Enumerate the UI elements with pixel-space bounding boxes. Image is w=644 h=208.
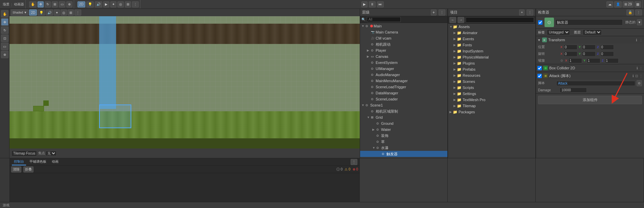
boxcollider-active[interactable] (537, 66, 542, 70)
mode-audio-btn[interactable]: 🔊 (95, 1, 102, 7)
mode-light-btn[interactable]: 💡 (86, 1, 94, 7)
h-item-main[interactable]: ▼ ⊙ Main (360, 23, 447, 29)
scene-grid-btn[interactable]: ⊞ (68, 9, 74, 16)
mode-2d-btn[interactable]: 2D (77, 1, 85, 7)
boxcollider-info-icon[interactable]: ℹ (637, 66, 638, 70)
add-component-btn[interactable]: 添加组件 (538, 96, 642, 104)
p-item-settings[interactable]: ▶ 📁 Settings (448, 91, 535, 97)
p-item-tilemap[interactable]: ▶ 📁 Tilemap (448, 103, 535, 109)
transform-menu-icon[interactable]: ⋮ (639, 38, 643, 42)
h-item-cm-vcam[interactable]: 🎥 CM vcam (360, 35, 447, 41)
h-item-canvas[interactable]: ▶▭ Canvas (360, 53, 447, 60)
tool-rotate-btn[interactable]: ↻ (45, 1, 51, 7)
animation-tab-label[interactable]: 动画器 (14, 2, 24, 7)
attack-menu-icon[interactable]: ⋮ (639, 74, 643, 78)
tool-icon-move[interactable]: ✥ (1, 18, 8, 26)
p-item-physicsmaterial[interactable]: ▶ 📁 PhysicsMaterial (448, 54, 535, 60)
scene-2d-btn[interactable]: 2D (29, 9, 37, 16)
p-item-scenes[interactable]: ▶ 📁 Scenes (448, 78, 535, 85)
h-item-uimanager[interactable]: ⊙ UIManager (360, 66, 447, 72)
obj-active-checkbox[interactable] (538, 20, 542, 25)
layout-btn[interactable]: ▦ (635, 1, 641, 7)
boxcollider-header[interactable]: ⊞ Box Collider 2D ℹ ⋮ (536, 64, 644, 72)
scale-y-input[interactable] (587, 58, 600, 63)
project-search-input[interactable] (466, 17, 534, 23)
tag-select[interactable]: Untagged (547, 29, 570, 35)
h-item-camera-follow[interactable]: ⊙ 相机跟动 (360, 41, 447, 47)
damage-input[interactable] (560, 88, 587, 93)
scene-fx2-btn[interactable]: ✦ (54, 9, 60, 16)
obj-name-field[interactable] (555, 19, 623, 25)
mode-extra-btn[interactable]: ⋮ (132, 1, 139, 7)
p-item-animator[interactable]: ▶ 📁 Animator (448, 30, 535, 36)
layers-btn[interactable]: ⊞ 29 (623, 1, 634, 7)
p-item-plugins[interactable]: ▶ 📁 Plugins (448, 60, 535, 66)
p-item-resources[interactable]: ▶ 📁 Resources (448, 72, 535, 78)
colorpicker-tab[interactable]: 平铺调色板 (27, 159, 48, 165)
attack-header[interactable]: ⊞ Attack (脚本) ℹ ⊡ ⋮ (536, 72, 644, 79)
tool-transform-btn[interactable]: ⊕ (66, 1, 72, 7)
mode-hidden-btn[interactable]: ◎ (117, 1, 124, 7)
collapse-btn[interactable]: 折叠 (23, 166, 34, 172)
position-x-input[interactable] (564, 45, 577, 50)
tool-icon-rect[interactable]: ▭ (1, 43, 8, 50)
p-item-assets[interactable]: ▼ 📁 Assets (448, 24, 535, 30)
h-item-mainmenumanager[interactable]: ⊙ MainMenuManager (360, 78, 447, 84)
p-item-fonts[interactable]: ▶ 📁 Fonts (448, 42, 535, 48)
attack-fx-icon[interactable]: ⊡ (635, 74, 638, 78)
project-fwd-btn[interactable]: → (458, 17, 464, 23)
position-z-input[interactable] (600, 45, 614, 50)
scene-fx-btn[interactable]: Shaded ▼ (11, 9, 28, 16)
project-menu-btn[interactable]: ⋮ (527, 9, 533, 16)
tool-icon-hand[interactable]: ✋ (1, 10, 8, 18)
rotation-z-input[interactable] (600, 51, 614, 56)
step-btn[interactable]: ⏭ (377, 1, 384, 7)
scale-z-input[interactable] (605, 58, 619, 63)
transform-component-header[interactable]: ▼ ⊕ Transform ℹ ⋮ (536, 36, 644, 44)
scene-hidden-btn[interactable]: ◎ (61, 9, 67, 16)
h-item-water[interactable]: ▶⊙ Water (360, 126, 447, 133)
animation-tab[interactable]: 动画 (50, 159, 61, 165)
h-item-ground[interactable]: ⊙ Ground (360, 120, 447, 126)
tool-scale-btn[interactable]: ⊞ (52, 1, 58, 7)
hierarchy-search-input[interactable] (367, 17, 401, 22)
h-item-player[interactable]: ▶⊙ Player (360, 47, 447, 53)
scene-audio-btn[interactable]: 🔊 (46, 9, 53, 16)
pause-btn[interactable]: ⏸ (369, 1, 376, 7)
h-item-sceneloadtrigger[interactable]: ⊙ SceneLoadTrigger (360, 84, 447, 90)
console-tab[interactable]: 控制台 (12, 159, 26, 165)
h-item-camera-limit[interactable]: ⊙ 相机区域限制 (360, 108, 447, 114)
mode-grid-btn[interactable]: ⊞ (125, 1, 131, 7)
scene-gizmo-btn[interactable]: ⋮ (74, 9, 81, 16)
h-item-audiomanager[interactable]: ⊙ AudioManager (360, 72, 447, 78)
scene-tab-label[interactable]: 场景 (3, 2, 9, 7)
scene-light-btn[interactable]: 💡 (38, 9, 45, 16)
tool-icon-transform[interactable]: ⊕ (1, 51, 8, 58)
tool-icon-rotate[interactable]: ↻ (1, 26, 8, 34)
p-item-packages[interactable]: ▶ 📁 Packages (448, 109, 535, 115)
scene-view[interactable]: Shaded ▼ 2D 💡 🔊 ✦ ◎ ⊞ ⋮ Tilemap Focus (9, 9, 360, 158)
h-item-main-camera[interactable]: 📷 Main Camera (360, 29, 447, 35)
boxcollider-menu-icon[interactable]: ⋮ (639, 66, 643, 70)
tool-hand-btn[interactable]: ✋ (29, 1, 37, 7)
p-item-textmeshpro[interactable]: ▶ 📁 TextMesh Pro (448, 97, 535, 103)
h-item-sceneloader[interactable]: ⊙ SceneLoader (360, 96, 447, 102)
inspector-menu-btn[interactable]: ⋮ (635, 9, 642, 16)
p-item-prefabs[interactable]: ▶ 📁 Prefabs (448, 66, 535, 72)
p-item-events[interactable]: ▶ 📁 Events (448, 36, 535, 42)
focus-select[interactable]: 无 (46, 151, 57, 156)
h-item-waterfall[interactable]: ▼⊙ 水瀑 (360, 145, 447, 151)
mode-anim-btn[interactable]: ▶ (103, 1, 109, 7)
h-item-trigger[interactable]: ⊙ 触发器 (360, 151, 447, 157)
tool-rect-btn[interactable]: ▭ (59, 1, 65, 7)
h-item-grid[interactable]: ▼⊞ Grid (360, 114, 447, 120)
play-btn[interactable]: ▶ (361, 1, 368, 7)
mode-fx-btn[interactable]: ✦ (110, 1, 116, 7)
static-dropdown-btn[interactable]: ▼ (637, 19, 642, 25)
layer-select[interactable]: Default (583, 29, 602, 35)
h-item-grass[interactable]: ⊙ 草 (360, 139, 447, 145)
p-item-scripts[interactable]: ▶ 📁 Scripts (448, 85, 535, 91)
script-dot-btn[interactable]: ⊙ (637, 80, 642, 86)
tool-move-btn[interactable]: ✥ (38, 1, 44, 7)
h-item-decoration[interactable]: ⊙ 装饰 (360, 133, 447, 139)
